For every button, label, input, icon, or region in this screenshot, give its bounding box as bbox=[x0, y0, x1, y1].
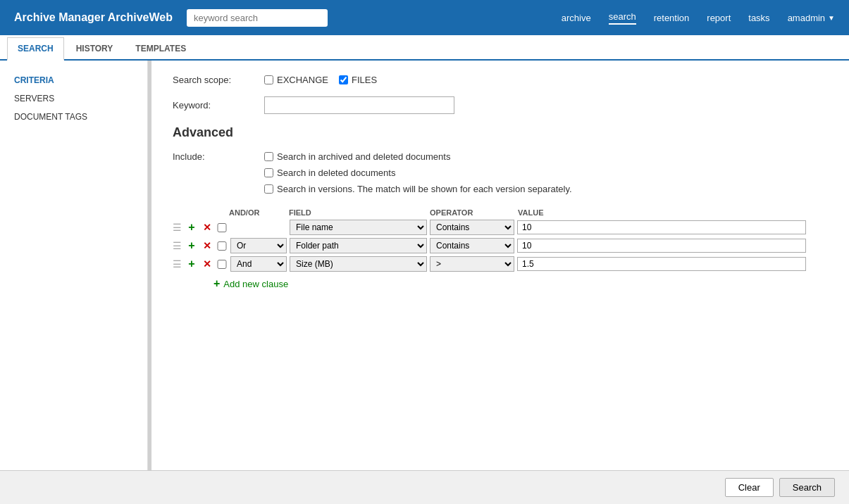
nav-archive[interactable]: archive bbox=[562, 13, 591, 23]
nav-amadmin[interactable]: amadmin ▼ bbox=[788, 13, 835, 23]
sidebar-item-servers[interactable]: SERVERS bbox=[0, 89, 147, 108]
search-scope-label: Search scope: bbox=[173, 75, 264, 85]
add-new-clause-button[interactable]: + Add new clause bbox=[173, 277, 828, 290]
nav-tasks[interactable]: tasks bbox=[748, 13, 769, 23]
drag-handle-icon[interactable]: ☰ bbox=[173, 258, 182, 270]
exchange-label: EXCHANGE bbox=[277, 75, 328, 85]
include-row: Include: Search in archived and deleted … bbox=[173, 151, 828, 194]
keyword-input[interactable] bbox=[264, 96, 454, 114]
include-deleted-text: Search in deleted documents bbox=[277, 168, 395, 178]
exchange-checkbox-label[interactable]: EXCHANGE bbox=[264, 75, 328, 85]
advanced-title: Advanced bbox=[173, 125, 828, 140]
col-header-operator: OPERATOR bbox=[430, 208, 518, 217]
files-checkbox-label[interactable]: FILES bbox=[339, 75, 377, 85]
tab-bar: SEARCH HISTORY TEMPLATES bbox=[0, 35, 849, 61]
search-scope-row: Search scope: EXCHANGE FILES bbox=[173, 75, 828, 85]
include-versions-checkbox[interactable] bbox=[264, 184, 273, 194]
global-search-input[interactable] bbox=[187, 9, 328, 27]
include-archived-deleted-text: Search in archived and deleted documents bbox=[277, 151, 450, 162]
add-clause-button[interactable]: + bbox=[185, 239, 198, 252]
include-label: Include: bbox=[173, 151, 264, 162]
clause-value-input[interactable] bbox=[517, 239, 806, 253]
search-scope-controls: EXCHANGE FILES bbox=[264, 75, 377, 85]
remove-clause-button[interactable]: ✕ bbox=[201, 258, 213, 270]
add-clause-button[interactable]: + bbox=[185, 221, 198, 234]
clause-row: ☰ + ✕ Or And File name Folder path Size … bbox=[173, 238, 828, 253]
clause-operator-select[interactable]: Contains Does not contain Equals bbox=[430, 238, 514, 253]
clauses-header: AND/OR FIELD OPERATOR VALUE bbox=[173, 208, 828, 217]
include-deleted-label[interactable]: Search in deleted documents bbox=[264, 168, 395, 178]
clause-field-select[interactable]: File name Folder path Size (MB) bbox=[290, 238, 427, 253]
sidebar-item-document-tags[interactable]: DOCUMENT TAGS bbox=[0, 108, 147, 126]
nav-report[interactable]: report bbox=[707, 13, 731, 23]
include-versions-label[interactable]: Search in versions. The match will be sh… bbox=[264, 184, 572, 194]
drag-handle-icon[interactable]: ☰ bbox=[173, 240, 182, 251]
header: Archive Manager ArchiveWeb archive searc… bbox=[0, 0, 849, 35]
app-title: Archive Manager ArchiveWeb bbox=[14, 11, 173, 24]
sidebar-item-criteria[interactable]: CRITERIA bbox=[0, 71, 147, 89]
clause-operator-select[interactable]: Contains><= bbox=[430, 256, 514, 272]
add-new-clause-label: Add new clause bbox=[223, 279, 288, 289]
nav-search[interactable]: search bbox=[609, 11, 636, 25]
nav-retention[interactable]: retention bbox=[654, 13, 690, 23]
clause-field-select[interactable]: File name Folder path Size (MB) bbox=[290, 256, 427, 272]
keyword-row: Keyword: bbox=[173, 96, 828, 114]
remove-clause-button[interactable]: ✕ bbox=[201, 240, 213, 251]
tab-history[interactable]: HISTORY bbox=[66, 37, 124, 59]
remove-clause-button[interactable]: ✕ bbox=[201, 222, 213, 233]
include-archived-deleted-checkbox[interactable] bbox=[264, 152, 273, 161]
clause-value-input[interactable] bbox=[517, 220, 806, 234]
footer: Clear Search bbox=[0, 470, 849, 504]
clause-andor-select[interactable]: Or And bbox=[230, 238, 287, 253]
main-nav: archive search retention report tasks am… bbox=[562, 11, 835, 25]
clause-row: ☰ + ✕ File name Folder path Size (MB) Co… bbox=[173, 220, 828, 235]
col-header-andor: AND/OR bbox=[229, 208, 289, 217]
col-header-field: FIELD bbox=[289, 208, 430, 217]
clause-field-select[interactable]: File name Folder path Size (MB) bbox=[290, 220, 427, 235]
exchange-checkbox[interactable] bbox=[264, 75, 273, 84]
col-header-value: VALUE bbox=[518, 208, 543, 217]
drag-handle-icon[interactable]: ☰ bbox=[173, 222, 182, 233]
add-icon: + bbox=[213, 277, 220, 290]
add-clause-button[interactable]: + bbox=[185, 258, 198, 270]
include-versions-text: Search in versions. The match will be sh… bbox=[277, 184, 572, 194]
clear-button[interactable]: Clear bbox=[725, 478, 774, 497]
include-controls: Search in archived and deleted documents… bbox=[264, 151, 572, 194]
clause-checkbox[interactable] bbox=[216, 241, 228, 251]
tab-search[interactable]: SEARCH bbox=[7, 37, 64, 61]
sidebar: CRITERIA SERVERS DOCUMENT TAGS bbox=[0, 61, 148, 504]
main-layout: CRITERIA SERVERS DOCUMENT TAGS Search sc… bbox=[0, 61, 849, 504]
clause-operator-select[interactable]: Contains Does not contain Equals bbox=[430, 220, 514, 235]
clause-checkbox[interactable] bbox=[216, 223, 228, 232]
content-area: Search scope: EXCHANGE FILES Keyword: Ad… bbox=[151, 61, 849, 504]
clause-row: ☰ + ✕ Or And File name Folder path Size … bbox=[173, 256, 828, 272]
files-checkbox[interactable] bbox=[339, 75, 348, 84]
search-button[interactable]: Search bbox=[779, 478, 835, 497]
amadmin-dropdown-icon: ▼ bbox=[828, 14, 835, 22]
keyword-label: Keyword: bbox=[173, 100, 264, 111]
tab-templates[interactable]: TEMPLATES bbox=[125, 37, 197, 59]
files-label: FILES bbox=[352, 75, 377, 85]
clause-andor-select[interactable]: Or And bbox=[230, 256, 287, 272]
include-archived-deleted-label[interactable]: Search in archived and deleted documents bbox=[264, 151, 450, 162]
include-deleted-checkbox[interactable] bbox=[264, 168, 273, 177]
clause-checkbox[interactable] bbox=[216, 260, 228, 269]
clauses-area: AND/OR FIELD OPERATOR VALUE ☰ + ✕ File n… bbox=[173, 208, 828, 290]
clause-value-input[interactable] bbox=[517, 257, 806, 271]
